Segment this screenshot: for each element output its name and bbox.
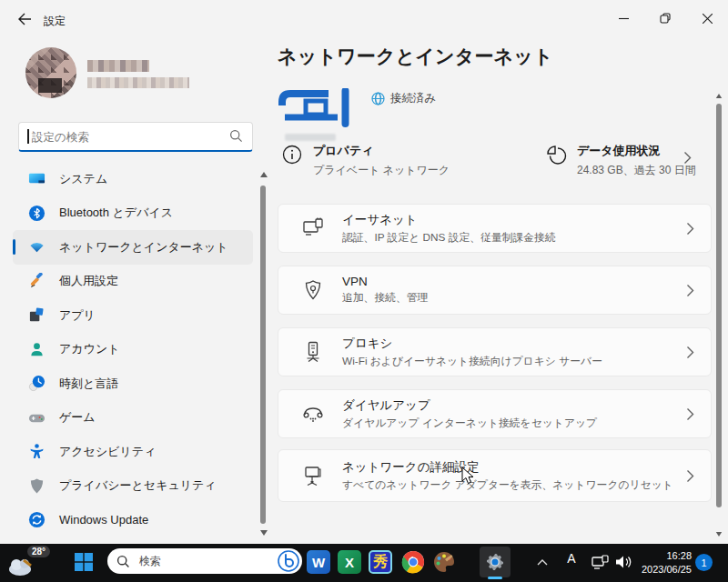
pie-chart-icon (546, 145, 568, 166)
sidebar-item-label: 時刻と言語 (59, 376, 118, 392)
sidebar-nav: システム Bluetooth とデバイス ネットワークとインターネット 個人用設… (13, 162, 253, 537)
account-person-icon (28, 341, 46, 358)
ethernet-icon (301, 216, 325, 240)
gamepad-icon (28, 409, 46, 426)
bluetooth-icon (28, 205, 46, 222)
sidebar-item-windows-update[interactable]: Windows Update (13, 503, 253, 537)
connection-status-label: 接続済み (390, 91, 436, 106)
card-dialup[interactable]: ダイヤルアップ ダイヤルアップ インターネット接続をセットアップ (278, 389, 712, 438)
hidemaru-app-icon[interactable]: 秀 (368, 549, 393, 575)
window-controls (602, 0, 728, 36)
close-icon (703, 14, 713, 24)
chrome-app-icon[interactable] (400, 549, 426, 575)
ethernet-hero-icon (276, 88, 350, 128)
sidebar-item-label: システム (59, 171, 107, 187)
notification-badge[interactable]: 1 (695, 554, 713, 571)
bing-chat-icon (278, 550, 299, 572)
chevron-right-icon (686, 284, 694, 297)
sidebar-item-system[interactable]: システム (13, 162, 253, 196)
minimize-button[interactable] (602, 0, 644, 36)
sidebar-scroll-up-icon[interactable] (259, 171, 268, 178)
clock-time: 16:28 (632, 549, 692, 563)
card-subtitle: 追加、接続、管理 (342, 291, 686, 306)
back-arrow-icon (17, 13, 32, 25)
chrome-logo-icon (401, 550, 425, 574)
vpn-shield-icon (301, 278, 325, 302)
card-vpn[interactable]: VPN 追加、接続、管理 (278, 266, 712, 315)
user-email-blurred (87, 77, 189, 88)
taskbar-search-placeholder: 検索 (139, 554, 278, 569)
sidebar-scrollbar[interactable] (260, 186, 266, 524)
card-proxy[interactable]: プロキシ Wi-Fi およびイーサネット接続向けプロキシ サーバー (278, 327, 712, 376)
chevron-right-icon (683, 151, 692, 165)
card-ethernet[interactable]: イーサネット 認証、IP 設定と DNS 設定、従量制課金接続 (278, 204, 712, 253)
card-subtitle: すべてのネットワーク アダプターを表示、ネットワークのリセット (342, 478, 686, 493)
tray-expand-button[interactable] (530, 549, 555, 575)
sidebar-item-gaming[interactable]: ゲーム (13, 401, 253, 436)
back-button[interactable] (13, 9, 36, 29)
user-name-blurred (87, 60, 149, 72)
sidebar-item-label: Windows Update (59, 513, 148, 527)
card-title: VPN (342, 275, 686, 288)
mouse-cursor (461, 467, 475, 486)
sidebar-item-apps[interactable]: アプリ (13, 298, 253, 333)
excel-app-icon[interactable]: X (337, 549, 362, 575)
chevron-right-icon (686, 407, 694, 421)
card-subtitle: ダイヤルアップ インターネット接続をセットアップ (342, 416, 686, 431)
close-button[interactable] (686, 0, 728, 36)
globe-icon (371, 92, 385, 105)
taskbar-clock[interactable]: 16:28 2023/06/25 (632, 549, 692, 577)
clock-date: 2023/06/25 (632, 563, 692, 577)
word-app-icon[interactable]: W (306, 549, 331, 575)
sidebar-item-label: ゲーム (59, 409, 96, 426)
sidebar-item-label: ネットワークとインターネット (59, 239, 228, 256)
gear-icon (484, 551, 506, 573)
paintbrush-icon (28, 273, 46, 290)
sidebar-item-network-internet[interactable]: ネットワークとインターネット (13, 230, 253, 265)
sidebar-item-privacy-security[interactable]: プライバシーとセキュリティ (13, 469, 253, 504)
text-caret (27, 129, 29, 144)
card-advanced-network[interactable]: ネットワークの詳細設定 すべてのネットワーク アダプターを表示、ネットワークのリ… (278, 449, 712, 502)
shield-icon (28, 477, 46, 495)
chevron-right-icon (686, 346, 694, 359)
taskbar-search-input[interactable]: 検索 (107, 548, 302, 574)
proxy-server-icon (301, 340, 325, 364)
sidebar-item-accessibility[interactable]: アクセシビリティ (13, 435, 253, 469)
sidebar-item-accounts[interactable]: アカウント (13, 333, 253, 367)
chevron-up-icon (537, 559, 548, 566)
sidebar-item-bluetooth-devices[interactable]: Bluetooth とデバイス (13, 196, 253, 231)
titlebar: 設定 (0, 0, 728, 36)
sidebar-scroll-down-icon[interactable] (259, 529, 268, 537)
properties-title: プロパティ (313, 143, 450, 159)
word-logo: W (307, 550, 330, 574)
ime-mode-indicator[interactable]: A (562, 551, 581, 566)
weather-widget[interactable]: 28° (7, 546, 64, 578)
paint-app-icon[interactable] (431, 549, 457, 575)
user-avatar[interactable] (25, 47, 76, 98)
chevron-right-icon (686, 469, 694, 483)
wifi-icon (28, 238, 46, 256)
settings-search-input[interactable]: 設定の検索 (18, 122, 253, 152)
data-usage-button[interactable]: データ使用状況 24.83 GB、過去 30 日間 (546, 143, 696, 178)
sidebar-item-label: プライバシーとセキュリティ (59, 477, 217, 494)
restore-button[interactable] (644, 0, 686, 36)
minimize-icon (619, 14, 629, 24)
main-scroll-up-icon[interactable] (715, 93, 723, 99)
properties-button[interactable]: プロパティ プライベート ネットワーク (282, 143, 450, 178)
search-placeholder: 設定の検索 (32, 130, 89, 146)
sidebar-item-personalization[interactable]: 個人用設定 (13, 265, 253, 299)
start-button[interactable] (71, 549, 96, 575)
network-name-blurred (285, 134, 336, 141)
cloud-icon (7, 555, 38, 577)
ethernet-tray-icon (592, 555, 609, 570)
apps-icon (28, 306, 46, 324)
card-subtitle: 認証、IP 設定と DNS 設定、従量制課金接続 (342, 231, 686, 246)
speaker-icon (615, 555, 632, 569)
search-icon (116, 555, 130, 568)
main-scroll-down-icon[interactable] (715, 531, 723, 537)
sidebar-item-time-language[interactable]: 時刻と言語 (13, 366, 253, 401)
tray-network-icon[interactable] (587, 549, 612, 575)
settings-app-icon-active[interactable] (480, 547, 511, 577)
temperature-label: 28° (27, 546, 50, 557)
main-scrollbar[interactable] (716, 104, 722, 507)
